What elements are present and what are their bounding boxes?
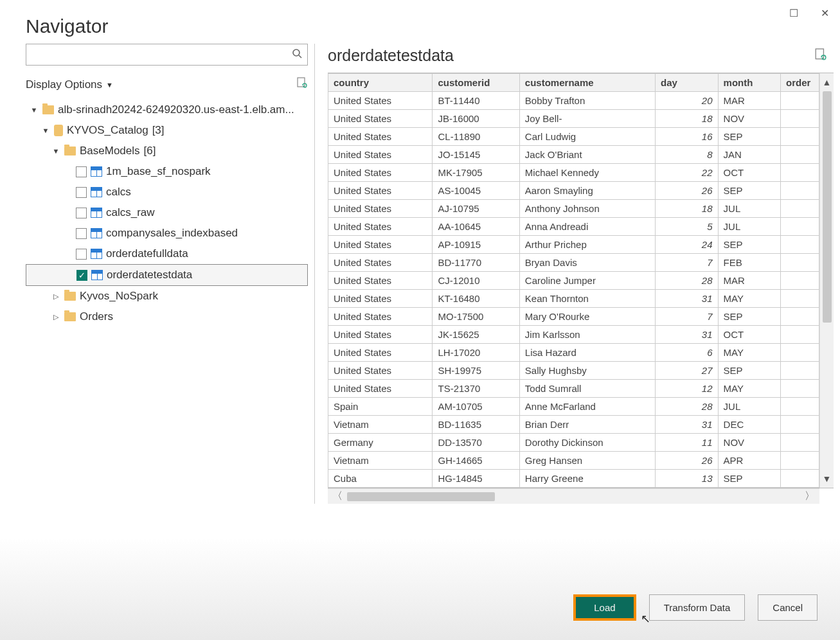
tree-table-item[interactable]: calcs_raw [26, 202, 308, 223]
cell-customername: Kean Thornton [519, 290, 655, 308]
table-row[interactable]: United States KT-16480 Kean Thornton 31 … [328, 290, 819, 308]
tree-nospark-label: Kyvos_NoSpark [80, 290, 158, 303]
checkbox[interactable] [76, 166, 87, 177]
table-row[interactable]: United States BD-11770 Bryan Davis 7 FEB [328, 254, 819, 272]
tree-table-item[interactable]: 1m_base_sf_nospark [26, 161, 308, 182]
cell-customername: Brian Derr [519, 416, 655, 434]
tree-table-item[interactable]: ✓ orderdatetestdata [26, 264, 308, 286]
vertical-scrollbar[interactable]: ▲ ▼ [819, 73, 834, 488]
column-header[interactable]: customerid [433, 74, 519, 92]
scroll-down-icon[interactable]: ▼ [823, 470, 832, 488]
cancel-button[interactable]: Cancel [758, 594, 818, 621]
table-row[interactable]: United States MK-17905 Michael Kennedy 2… [328, 164, 819, 182]
cell-order [781, 326, 819, 344]
column-header[interactable]: day [656, 74, 718, 92]
preview-pane: orderdatetestdata countrycustomeridcusto… [315, 44, 834, 504]
cell-order [781, 128, 819, 146]
table-row[interactable]: United States SH-19975 Sally Hughsby 27 … [328, 362, 819, 380]
close-icon[interactable]: ✕ [816, 4, 834, 22]
column-header[interactable]: customername [519, 74, 655, 92]
tree-table-label: calcs_raw [106, 206, 155, 219]
scroll-right-icon[interactable]: 〉 [800, 490, 819, 503]
cell-country: United States [328, 272, 433, 290]
checkbox[interactable] [76, 208, 87, 218]
table-row[interactable]: United States JK-15625 Jim Karlsson 31 O… [328, 326, 819, 344]
scrollbar-thumb[interactable] [823, 91, 832, 323]
tree-root[interactable]: ▼ alb-srinadh20242-624920320.us-east-1.e… [26, 100, 308, 120]
cell-month: SEP [718, 236, 780, 254]
cell-customerid: AA-10645 [433, 218, 519, 236]
scrollbar-thumb[interactable] [347, 492, 495, 501]
column-header[interactable]: country [328, 74, 433, 92]
cell-country: Vietnam [328, 416, 433, 434]
tree-orders[interactable]: ▷ Orders [26, 307, 308, 327]
scroll-up-icon[interactable]: ▲ [823, 73, 832, 91]
table-row[interactable]: United States AJ-10795 Anthony Johnson 1… [328, 200, 819, 218]
transform-data-button[interactable]: Transform Data [649, 594, 746, 621]
cell-country: Cuba [328, 470, 433, 488]
table-row[interactable]: Vietnam BD-11635 Brian Derr 31 DEC [328, 416, 819, 434]
tree-nospark[interactable]: ▷ Kyvos_NoSpark [26, 286, 308, 307]
svg-point-0 [293, 49, 299, 56]
cell-order [781, 164, 819, 182]
cell-month: FEB [718, 254, 780, 272]
maximize-icon[interactable]: ☐ [785, 4, 803, 22]
table-row[interactable]: United States AA-10645 Anna Andreadi 5 J… [328, 218, 819, 236]
checkbox[interactable]: ✓ [76, 270, 87, 281]
cell-country: United States [328, 254, 433, 272]
tree-table-item[interactable]: orderdatefulldata [26, 244, 308, 264]
checkbox[interactable] [76, 249, 87, 260]
table-row[interactable]: United States AP-10915 Arthur Prichep 24… [328, 236, 819, 254]
column-header[interactable]: order [781, 74, 819, 92]
checkbox[interactable] [76, 187, 87, 198]
cell-customername: Harry Greene [519, 470, 655, 488]
table-row[interactable]: United States JO-15145 Jack O'Briant 8 J… [328, 146, 819, 164]
caret-down-icon[interactable]: ▼ [41, 127, 50, 134]
table-row[interactable]: United States AS-10045 Aaron Smayling 26… [328, 182, 819, 200]
search-box[interactable] [26, 44, 308, 66]
table-row[interactable]: Vietnam GH-14665 Greg Hansen 26 APR [328, 452, 819, 470]
scroll-left-icon[interactable]: 〈 [328, 490, 347, 503]
table-row[interactable]: United States MO-17500 Mary O'Rourke 7 S… [328, 308, 819, 326]
cell-month: OCT [718, 326, 780, 344]
table-row[interactable]: United States CJ-12010 Caroline Jumper 2… [328, 272, 819, 290]
tree-basemodels[interactable]: ▼ BaseModels [6] [26, 141, 308, 161]
column-header[interactable]: month [718, 74, 780, 92]
checkbox[interactable] [76, 228, 87, 239]
cell-customerid: KT-16480 [433, 290, 519, 308]
cell-customername: Michael Kennedy [519, 164, 655, 182]
table-row[interactable]: Cuba HG-14845 Harry Greene 13 SEP [328, 470, 819, 488]
tree-table-item[interactable]: companysales_indexbased [26, 223, 308, 244]
tree-catalog-count: [3] [152, 124, 165, 137]
table-row[interactable]: Germany DD-13570 Dorothy Dickinson 11 NO… [328, 434, 819, 452]
table-row[interactable]: United States CL-11890 Carl Ludwig 16 SE… [328, 128, 819, 146]
cell-order [781, 218, 819, 236]
tree-table-label: 1m_base_sf_nospark [106, 165, 211, 178]
refresh-preview-icon[interactable] [814, 48, 827, 64]
table-icon [91, 208, 102, 218]
caret-right-icon[interactable]: ▷ [51, 292, 60, 301]
cell-order [781, 272, 819, 290]
cell-customerid: AJ-10795 [433, 200, 519, 218]
tree-catalog[interactable]: ▼ KYVOS_Catalog [3] [26, 120, 308, 141]
cell-month: APR [718, 452, 780, 470]
table-row[interactable]: Spain AM-10705 Anne McFarland 28 JUL [328, 398, 819, 416]
cell-customername: Greg Hansen [519, 452, 655, 470]
search-icon[interactable] [292, 48, 302, 61]
tree-basemodels-count: [6] [144, 145, 156, 157]
tree-table-item[interactable]: calcs [26, 182, 308, 202]
caret-down-icon[interactable]: ▼ [51, 147, 60, 155]
table-row[interactable]: United States BT-11440 Bobby Trafton 20 … [328, 92, 819, 110]
caret-down-icon[interactable]: ▼ [30, 106, 39, 114]
search-input[interactable] [31, 49, 292, 60]
horizontal-scrollbar[interactable]: 〈 〉 [328, 488, 819, 504]
cell-customerid: MO-17500 [433, 308, 519, 326]
load-button[interactable]: Load [573, 594, 636, 621]
table-row[interactable]: United States TS-21370 Todd Sumrall 12 M… [328, 380, 819, 398]
refresh-tree-icon[interactable] [296, 77, 308, 92]
caret-right-icon[interactable]: ▷ [51, 313, 60, 321]
display-options-dropdown[interactable]: Display Options ▼ [26, 78, 113, 91]
table-row[interactable]: United States LH-17020 Lisa Hazard 6 MAY [328, 344, 819, 362]
table-row[interactable]: United States JB-16000 Joy Bell- 18 NOV [328, 110, 819, 128]
cell-month: MAY [718, 380, 780, 398]
